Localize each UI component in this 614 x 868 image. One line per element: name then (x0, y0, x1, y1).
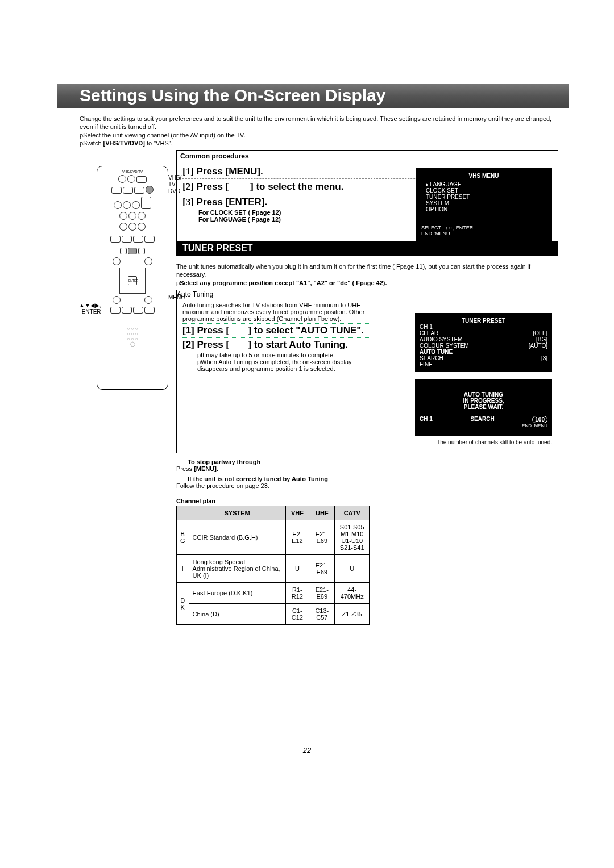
stop-h2: If the unit is not correctly tuned by Au… (188, 475, 328, 482)
osd2-auto: AUTO TUNE (420, 349, 547, 355)
prog-end: END: MENU (420, 423, 547, 428)
table-row: China (D) C1-C12 C13-C57 Z1-Z35 (177, 604, 370, 625)
intro-text: Change the settings to suit your prefere… (80, 115, 557, 147)
prog-count: 100 (532, 416, 547, 423)
common-procedures-box: Common procedures [1] Press [MENU]. [2] … (176, 150, 558, 256)
tuner-l1: The unit tunes automatically when you pl… (176, 262, 557, 279)
osd2-search: SEARCH (420, 355, 443, 361)
page-number: 22 (0, 746, 614, 754)
stop-t1: Press [MENU]. (176, 465, 557, 472)
vhs-menu-osd: VHS MENU LANGUAGE CLOCK SET TUNER PRESET… (416, 168, 552, 241)
prog-l3: PLEASE WAIT. (420, 404, 547, 410)
osd-item: OPTION (421, 206, 546, 212)
osd2-ch: CH 1 (420, 324, 547, 330)
osd-footer1: SELECT : ↕↔, ENTER (421, 225, 546, 231)
auto-n1: pIt may take up to 5 or more minutes to … (182, 352, 374, 358)
th: UHF (309, 506, 335, 520)
osd2-row: AUDIO SYSTEM (420, 336, 463, 343)
stop-block: To stop partway through Press [MENU]. If… (176, 453, 557, 489)
channel-plan-table: SYSTEM VHF UHF CATV BG CCIR Standard (B.… (176, 506, 370, 625)
osd2-title: TUNER PRESET (420, 318, 547, 324)
th (177, 506, 189, 520)
osd2-row: CLEAR (420, 330, 438, 336)
stop-t2: Follow the procedure on page 23. (176, 482, 557, 489)
th: CATV (335, 506, 370, 520)
chplan-title: Channel plan (176, 498, 370, 504)
channel-plan: Channel plan SYSTEM VHF UHF CATV BG CCIR… (176, 498, 370, 625)
prog-l1: AUTO TUNING (420, 391, 547, 398)
auto-step2: [2] Press [ ] to start Auto Tuning. (182, 339, 370, 350)
prog-ch: CH 1 (420, 416, 433, 423)
table-row: I Hong kong Special Administrative Regio… (177, 555, 370, 583)
auto-title: Auto Tuning (177, 290, 558, 298)
remote-control-diagram: VHS/DVD/TV ENTER ○ ○ ○○ ○ ○○ ○ ○◯ (97, 166, 168, 390)
table-row: DK East Europe (D.K.K1) R1-R12 E21-E69 4… (177, 583, 370, 604)
osd2-fine: FINE (420, 361, 547, 368)
page-title: Settings Using the On-Screen Display (57, 84, 569, 107)
auto-n2: pWhen Auto Tuning is completed, the on-s… (182, 358, 374, 372)
auto-tuning-box: Auto Tuning Auto tuning searches for TV … (176, 290, 558, 453)
tuner-preset-band: TUNER PRESET (177, 241, 558, 256)
auto-tuning-progress-osd: AUTO TUNING IN PROGRESS, PLEASE WAIT. CH… (415, 379, 552, 436)
osd-footer2: END :MENU (421, 231, 546, 236)
auto-desc: Auto tuning searches for TV stations fro… (182, 302, 370, 322)
prog-search: SEARCH (470, 416, 494, 423)
intro-l2: pSelect the unit viewing channel (or the… (80, 131, 557, 139)
th: VHF (285, 506, 309, 520)
stop-h1: To stop partway through (188, 458, 260, 465)
tuner-preset-osd: TUNER PRESET CH 1 CLEAR[OFF] AUDIO SYSTE… (415, 313, 552, 372)
osd2-row: COLOUR SYSTEM (420, 343, 469, 349)
page-header: Settings Using the On-Screen Display (57, 84, 569, 108)
tuner-l2: pSelect any programme position except "A… (176, 279, 557, 287)
osd-item: LANGUAGE (421, 181, 546, 187)
intro-l1: Change the settings to suit your prefere… (80, 115, 557, 131)
prog-l2: IN PROGRESS, (420, 398, 547, 404)
auto-step1: [1] Press [ ] to select "AUTO TUNE". (182, 325, 370, 336)
th: SYSTEM (189, 506, 285, 520)
tuner-text: The unit tunes automatically when you pl… (176, 262, 557, 287)
osd-item: SYSTEM (421, 200, 546, 206)
channel-count-note: The number of channels still to be auto … (437, 439, 552, 445)
osd-item: CLOCK SET (421, 187, 546, 194)
remote-note-enter: ▲▼◀▶,ENTER (79, 302, 101, 315)
osd-item: TUNER PRESET (421, 194, 546, 200)
osd-title: VHS MENU (421, 173, 546, 179)
table-row: BG CCIR Standard (B.G.H) E2-E12 E21-E69 … (177, 520, 370, 555)
intro-l3: pSwitch [VHS/TV/DVD] to "VHS". (80, 139, 557, 147)
common-title: Common procedures (177, 151, 558, 162)
